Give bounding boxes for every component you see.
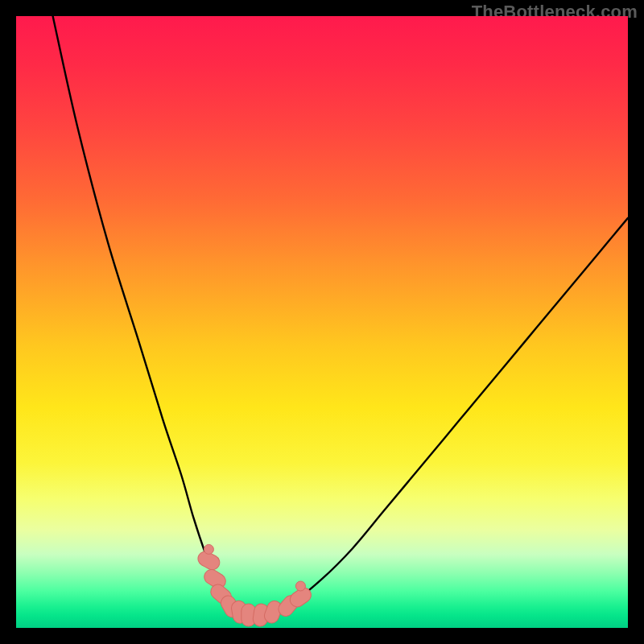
marker-dot xyxy=(295,581,305,591)
marker-dot xyxy=(204,544,213,554)
curve-markers xyxy=(196,544,314,627)
chart-frame xyxy=(16,16,628,628)
bottleneck-curve xyxy=(53,16,628,616)
chart-svg xyxy=(16,16,628,628)
